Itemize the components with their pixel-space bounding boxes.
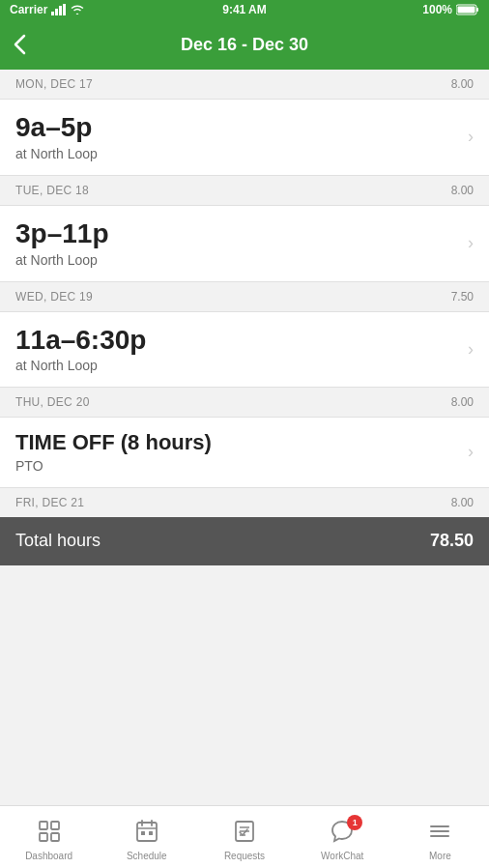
schedule-icon-wrap [134, 819, 159, 848]
requests-icon [232, 819, 257, 844]
schedule-content: MON, DEC 17 8.00 9a–5p at North Loop › T… [0, 70, 489, 805]
battery-label: 100% [422, 3, 452, 16]
day-label-4: FRI, DEC 21 [15, 496, 84, 509]
day-hours-1: 8.00 [451, 184, 474, 197]
svg-rect-1 [55, 9, 58, 15]
day-header-1: TUE, DEC 18 8.00 [0, 176, 489, 205]
chevron-icon-3: › [468, 442, 474, 462]
dashboard-icon [37, 819, 62, 844]
svg-rect-3 [63, 4, 66, 15]
chevron-icon-0: › [468, 127, 474, 147]
day-header-0: MON, DEC 17 8.00 [0, 70, 489, 99]
day-hours-3: 8.00 [451, 395, 474, 409]
day-header-3: THU, DEC 20 8.00 [0, 388, 489, 417]
header-title: Dec 16 - Dec 30 [181, 35, 308, 55]
shift-location-3: PTO [15, 458, 460, 474]
carrier-label: Carrier [10, 3, 47, 16]
total-hours-bar: Total hours 78.50 [0, 517, 489, 565]
tab-workchat[interactable]: 1 WorkChat [294, 813, 391, 861]
back-icon [14, 34, 27, 55]
dashboard-icon-wrap [37, 819, 62, 848]
back-button[interactable] [14, 34, 27, 55]
shift-time-1: 3p–11p [15, 219, 460, 249]
day-label-0: MON, DEC 17 [15, 77, 93, 91]
requests-icon-wrap [232, 819, 257, 848]
day-header-4: FRI, DEC 21 8.00 [0, 488, 489, 517]
shift-location-2: at North Loop [15, 358, 460, 373]
tab-more-label: More [429, 851, 451, 861]
schedule-icon [134, 819, 159, 844]
shift-info-0: 9a–5p at North Loop [15, 113, 460, 161]
more-icon-wrap [427, 819, 452, 848]
signal-icon [51, 4, 67, 15]
workchat-badge: 1 [347, 815, 362, 830]
shift-time-3: TIME OFF (8 hours) [15, 431, 460, 454]
status-bar: Carrier 9:41 AM 100% [0, 0, 489, 19]
chevron-icon-1: › [468, 233, 474, 253]
day-label-3: THU, DEC 20 [15, 395, 90, 409]
chevron-icon-2: › [468, 339, 474, 360]
svg-rect-5 [476, 8, 478, 12]
status-bar-time: 9:41 AM [222, 3, 267, 16]
shift-location-0: at North Loop [15, 146, 460, 161]
tab-dashboard[interactable]: Dashboard [0, 813, 98, 861]
day-label-2: WED, DEC 19 [15, 290, 93, 304]
status-bar-left: Carrier [10, 3, 84, 16]
svg-rect-9 [40, 833, 47, 841]
day-label-1: TUE, DEC 18 [15, 184, 89, 197]
tab-requests-label: Requests [224, 851, 265, 861]
svg-rect-16 [149, 831, 153, 835]
day-header-2: WED, DEC 19 7.50 [0, 282, 489, 311]
day-hours-4: 8.00 [451, 496, 474, 509]
shift-row-1[interactable]: 3p–11p at North Loop › [0, 205, 489, 282]
svg-rect-6 [458, 7, 475, 14]
svg-rect-8 [51, 822, 59, 829]
battery-icon [456, 4, 479, 15]
header: Dec 16 - Dec 30 [0, 19, 489, 70]
tab-dashboard-label: Dashboard [25, 851, 72, 861]
shift-row-2[interactable]: 11a–6:30p at North Loop › [0, 311, 489, 389]
total-label: Total hours [15, 531, 101, 551]
day-hours-2: 7.50 [451, 290, 474, 304]
shift-time-2: 11a–6:30p [15, 326, 460, 356]
total-value: 78.50 [430, 531, 474, 551]
tab-requests[interactable]: Requests [195, 813, 293, 861]
tab-bar: Dashboard Schedule Reques [0, 805, 489, 868]
wifi-icon [71, 4, 84, 15]
workchat-icon-wrap: 1 [330, 819, 355, 848]
shift-row-3[interactable]: TIME OFF (8 hours) PTO › [0, 417, 489, 487]
shift-info-3: TIME OFF (8 hours) PTO [15, 431, 460, 473]
day-hours-0: 8.00 [451, 77, 474, 91]
shift-info-2: 11a–6:30p at North Loop [15, 326, 460, 374]
svg-rect-2 [59, 6, 62, 15]
status-bar-right: 100% [422, 3, 479, 16]
shift-time-0: 9a–5p [15, 113, 460, 143]
svg-rect-15 [141, 831, 145, 835]
svg-rect-11 [137, 823, 157, 841]
svg-rect-0 [51, 12, 54, 15]
tab-more[interactable]: More [391, 813, 489, 861]
shift-info-1: 3p–11p at North Loop [15, 219, 460, 268]
tab-schedule-label: Schedule [127, 851, 167, 861]
more-icon [427, 819, 452, 844]
shift-location-1: at North Loop [15, 252, 460, 268]
tab-workchat-label: WorkChat [321, 851, 363, 861]
svg-rect-7 [40, 822, 47, 829]
svg-rect-10 [51, 833, 59, 841]
shift-row-0[interactable]: 9a–5p at North Loop › [0, 99, 489, 176]
tab-schedule[interactable]: Schedule [98, 813, 195, 861]
